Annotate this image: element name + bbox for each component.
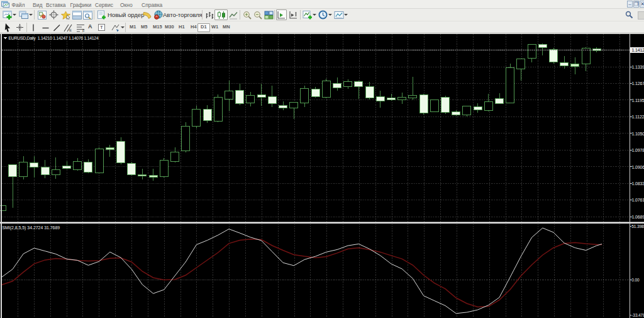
svg-text:1.0689: 1.0689 <box>632 215 644 219</box>
svg-text:1.0833: 1.0833 <box>632 181 644 186</box>
svg-text:F: F <box>82 29 85 32</box>
svg-text:51.3989: 51.3989 <box>631 224 644 229</box>
svg-text:-33.478: -33.478 <box>631 313 644 317</box>
svg-text:1.0906: 1.0906 <box>632 165 644 169</box>
svg-text:1.0761: 1.0761 <box>632 198 644 202</box>
svg-text:1.1050: 1.1050 <box>632 132 644 136</box>
svg-text:E: E <box>69 28 72 32</box>
svg-text:SMI(2,8,5,5) 34.2724 31.7689: SMI(2,8,5,5) 34.2724 31.7689 <box>3 225 60 230</box>
svg-text:1.1412: 1.1412 <box>632 48 644 52</box>
svg-text:1.1122: 1.1122 <box>632 115 644 119</box>
svg-text:1.1339: 1.1339 <box>632 65 644 69</box>
svg-text:1.0978: 1.0978 <box>632 148 644 152</box>
svg-text:1.1195: 1.1195 <box>632 98 644 103</box>
svg-text:EURUSD,Daily 1.14210 1.14247: EURUSD,Daily 1.14210 1.14247 1.14076 1.1… <box>9 36 99 41</box>
svg-text:0.00: 0.00 <box>631 278 640 282</box>
svg-text:1.1267: 1.1267 <box>632 81 644 86</box>
